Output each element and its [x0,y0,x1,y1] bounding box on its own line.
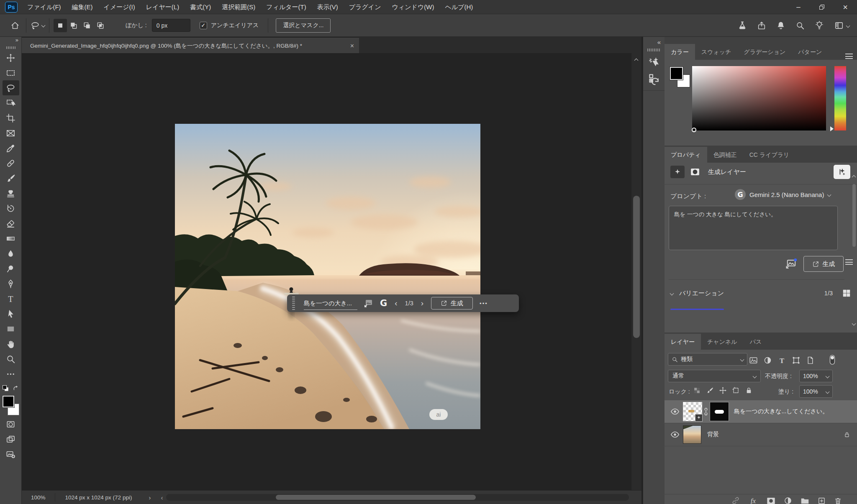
previous-variation-button[interactable]: ‹ [393,299,399,308]
document-tab[interactable]: Gemini_Generated_Image_hfq0ijhfq0ijhfq0.… [22,38,359,53]
search-icon[interactable] [795,21,805,30]
vertical-scroll-thumb[interactable] [633,196,640,338]
zoom-tool[interactable] [3,351,19,366]
variations-header[interactable]: バリエーション 1/3 [670,289,851,298]
opacity-input[interactable]: 100% [799,370,833,382]
tab-swatches[interactable]: スウォッチ [695,44,738,60]
lock-transparency-icon[interactable] [693,386,701,394]
tool-preset-lasso[interactable] [31,21,45,30]
foreground-color-swatch[interactable] [3,396,14,407]
toolbar-expand-icon[interactable]: » [0,37,21,45]
tab-patterns[interactable]: パターン [792,44,828,60]
quick-mask-button[interactable] [3,417,19,432]
generative-layers-panel-button[interactable] [834,165,850,179]
discover-lightbulb-icon[interactable] [815,21,824,30]
color-field[interactable] [692,66,826,130]
image-plus-button[interactable] [3,447,19,462]
tab-gradients[interactable]: グラデーション [737,44,792,60]
beta-flask-icon[interactable] [738,21,747,30]
rectangle-tool[interactable] [3,321,19,336]
hue-slider-marker[interactable] [830,126,836,131]
crop-tool[interactable] [3,110,19,125]
menu-image[interactable]: イメージ(I) [98,0,141,14]
menu-select[interactable]: 選択範囲(S) [216,0,261,14]
minimize-button[interactable]: – [787,0,810,14]
lock-artboard-icon[interactable] [732,386,740,394]
scroll-thumb[interactable] [852,184,856,247]
frame-tool[interactable] [3,125,19,141]
taskbar-prompt-input[interactable]: 島を一つの大き... [304,297,357,310]
layer-filter-select[interactable]: 種類 [668,353,747,366]
swap-colors-icon[interactable] [12,385,20,392]
subtract-selection-mode-button[interactable] [80,19,94,32]
new-layer-icon[interactable] [818,497,826,504]
layer-name[interactable]: 島を一つの大きな...してください。 [734,408,828,415]
new-group-folder-icon[interactable] [801,497,809,504]
tab-color[interactable]: カラー [665,44,695,60]
home-button[interactable] [8,19,22,32]
eraser-tool[interactable] [3,216,19,231]
lock-position-icon[interactable] [719,386,727,394]
move-tool[interactable] [3,50,19,65]
blur-tool[interactable] [3,246,19,261]
taskbar-generate-button[interactable]: 生成 [431,297,473,310]
menu-help[interactable]: ヘルプ(H) [439,0,478,14]
menu-edit[interactable]: 編集(E) [67,0,98,14]
history-panel-button[interactable] [648,73,660,85]
filter-type-layers-icon[interactable]: T [777,356,786,365]
tab-layers[interactable]: レイヤー [665,334,701,350]
close-tab-icon[interactable]: × [346,42,354,50]
canvas-horizontal-scrollbar[interactable] [166,494,629,501]
generate-button[interactable]: 生成 [803,256,844,272]
generative-properties-button[interactable] [670,166,685,178]
layer-mask-thumbnail[interactable] [710,402,729,421]
tab-adjustments[interactable]: 色調補正 [707,147,743,163]
close-window-button[interactable]: × [834,0,857,14]
properties-scrollbar[interactable] [852,175,856,334]
spot-healing-brush-tool[interactable] [3,156,19,171]
delete-layer-trash-icon[interactable] [834,497,842,504]
panel-grip[interactable] [647,49,660,51]
layer-name[interactable]: 背景 [707,431,719,438]
reference-image-icon[interactable] [363,298,374,308]
restore-button[interactable] [810,0,834,14]
grid-view-icon[interactable] [842,289,851,298]
history-brush-tool[interactable] [3,201,19,216]
model-selector[interactable]: G Gemini 2.5 (Nano Banana) [735,189,831,200]
workspace-switcher[interactable] [834,21,849,30]
link-layers-icon[interactable] [731,496,740,504]
new-adjustment-layer-icon[interactable] [784,496,792,504]
expand-panels-icon[interactable]: « [657,38,661,46]
canvas-vertical-scrollbar[interactable] [631,53,641,490]
share-icon[interactable] [757,21,766,30]
generative-layer-thumbnail[interactable] [683,402,702,421]
scroll-up-arrow-icon[interactable] [852,175,856,179]
brush-tool[interactable] [3,171,19,186]
lock-pixels-brush-icon[interactable] [706,386,714,394]
mask-link-icon[interactable] [703,407,709,416]
pen-tool[interactable] [3,276,19,291]
zoom-level-input[interactable]: 100% [22,494,55,501]
edit-toolbar-button[interactable] [3,366,19,381]
color-field-cursor[interactable] [692,128,696,132]
blend-mode-select[interactable]: 通常 [668,370,761,382]
filter-smart-objects-icon[interactable] [806,356,815,365]
menu-filter[interactable]: フィルター(T) [261,0,312,14]
object-selection-tool[interactable] [3,95,19,110]
notifications-bell-icon[interactable] [776,21,785,30]
clone-stamp-tool[interactable] [3,186,19,201]
foreground-color-swatch[interactable] [670,67,683,80]
filter-shape-layers-icon[interactable] [792,356,801,365]
canvas-image[interactable]: ai [175,124,480,429]
more-options-button[interactable]: ••• [480,300,488,307]
layer-visibility-eye-icon[interactable] [670,408,680,415]
menu-plugins[interactable]: プラグイン [344,0,387,14]
anti-alias-checkbox[interactable]: ✓ [200,22,207,29]
dodge-tool[interactable] [3,261,19,276]
fill-input[interactable]: 100% [799,385,833,398]
intersect-selection-mode-button[interactable] [94,19,107,32]
screen-mode-button[interactable] [3,432,19,447]
mask-properties-button[interactable] [688,166,702,178]
add-selection-mode-button[interactable] [67,19,80,32]
lasso-tool[interactable] [3,80,19,95]
